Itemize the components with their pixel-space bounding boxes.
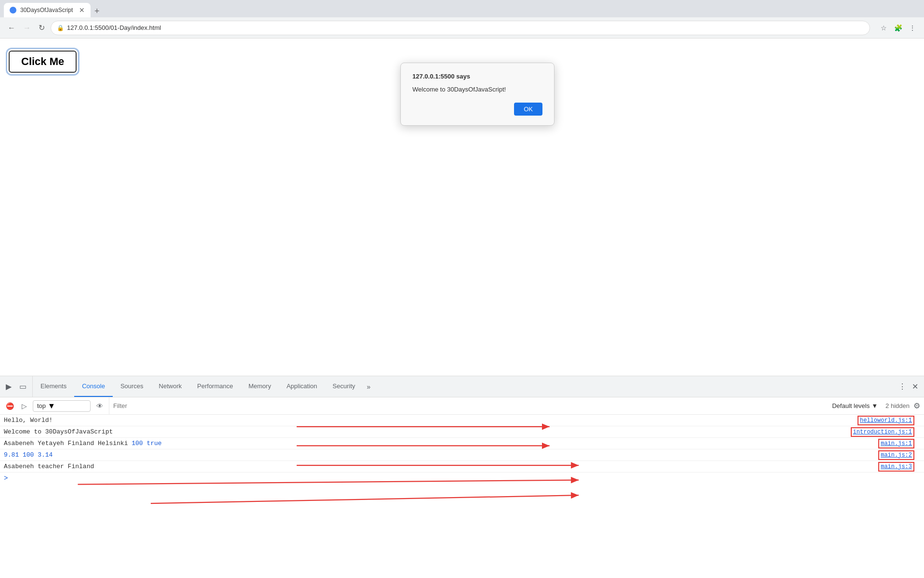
tab-memory[interactable]: Memory <box>241 376 279 397</box>
alert-dialog: 127.0.0.1:5500 says Welcome to 30DaysOfJ… <box>400 63 554 126</box>
eye-icon: 👁 <box>96 402 103 410</box>
eye-icon-button[interactable]: 👁 <box>94 400 105 412</box>
console-row-1: Hello, World! helloworld.js:1 <box>0 415 924 426</box>
devtools-tab-icons: ▶ ▭ <box>0 376 33 397</box>
console-text-3: Asabeneh Yetayeh Finland Helsinki 100 tr… <box>4 440 920 447</box>
click-me-button[interactable]: Click Me <box>9 51 77 73</box>
tab-console[interactable]: Console <box>74 376 113 397</box>
console-row-5: Asabeneh teacher Finland main.js:3 <box>0 461 924 473</box>
menu-icon[interactable]: ⋮ <box>907 22 918 34</box>
tab-network[interactable]: Network <box>151 376 190 397</box>
console-clear-button[interactable]: ⛔ <box>4 400 16 412</box>
back-button[interactable]: ← <box>6 22 17 34</box>
url-text: 127.0.0.1:5500/01-Day/index.html <box>67 24 161 31</box>
console-text-1: Hello, World! <box>4 417 920 424</box>
console-settings-icon[interactable]: ⚙ <box>913 401 920 410</box>
devtools-panel: ▶ ▭ Elements Console Sources Network Per… <box>0 376 924 578</box>
browser-frame: 30DaysOfJavaScript ✕ + ← → ↻ 🔒 127.0.0.1… <box>0 0 924 578</box>
forward-button[interactable]: → <box>21 22 33 34</box>
log-levels-label: Default levels <box>832 402 870 409</box>
console-link-introduction[interactable]: introduction.js:1 <box>851 427 914 437</box>
console-output: Hello, World! helloworld.js:1 Welcome to… <box>0 415 924 578</box>
levels-dropdown-icon: ▼ <box>871 402 878 409</box>
console-row-3: Asabeneh Yetayeh Finland Helsinki 100 tr… <box>0 438 924 449</box>
console-text-4: 9.81 100 3.14 <box>4 451 920 459</box>
dialog-title: 127.0.0.1:5500 says <box>412 73 542 80</box>
tab-performance[interactable]: Performance <box>189 376 240 397</box>
tab-favicon <box>10 7 16 13</box>
console-text-2: Welcome to 30DaysOfJavaScript <box>4 428 920 435</box>
console-toolbar: ⛔ ▷ top ▼ 👁 Default levels ▼ 2 hidden ⚙ <box>0 397 924 415</box>
page-content: Click Me 127.0.0.1:5500 says Welcome to … <box>0 39 924 376</box>
console-link-main2[interactable]: main.js:2 <box>878 450 914 460</box>
reload-button[interactable]: ↻ <box>37 21 47 34</box>
tab-title: 30DaysOfJavaScript <box>20 7 75 13</box>
devtools-more-options[interactable]: ⋮ <box>897 380 908 393</box>
run-icon: ▷ <box>22 402 27 410</box>
tab-sources[interactable]: Sources <box>113 376 151 397</box>
devtools-actions: ⋮ ✕ <box>897 380 924 393</box>
console-link-main3[interactable]: main.js:3 <box>878 462 914 472</box>
clear-icon: ⛔ <box>6 402 14 410</box>
console-row-2: Welcome to 30DaysOfJavaScript introducti… <box>0 426 924 438</box>
console-link-main1[interactable]: main.js:1 <box>878 439 914 448</box>
bookmarks-icon[interactable]: ☆ <box>878 22 889 34</box>
hidden-count: 2 hidden <box>885 402 910 409</box>
highlight-blue-4: 9.81 100 3.14 <box>4 451 53 459</box>
alert-ok-button[interactable]: OK <box>514 103 542 116</box>
inspect-element-icon[interactable]: ▶ <box>4 380 13 393</box>
dialog-message: Welcome to 30DaysOfJavaScript! <box>412 86 542 93</box>
svg-line-5 <box>151 495 579 503</box>
console-run-button[interactable]: ▷ <box>20 400 29 412</box>
dialog-actions: OK <box>412 103 542 116</box>
context-value: top <box>37 402 46 409</box>
url-bar[interactable]: 🔒 127.0.0.1:5500/01-Day/index.html <box>51 21 870 35</box>
address-bar: ← → ↻ 🔒 127.0.0.1:5500/01-Day/index.html… <box>0 17 924 39</box>
devtools-close-button[interactable]: ✕ <box>910 380 920 393</box>
dropdown-arrow-icon: ▼ <box>48 402 55 410</box>
devtools-tabs: ▶ ▭ Elements Console Sources Network Per… <box>0 376 924 397</box>
highlight-blue-3: 100 true <box>132 440 161 447</box>
context-selector[interactable]: top ▼ <box>33 400 91 412</box>
new-tab-button[interactable]: + <box>91 6 104 16</box>
toolbar-icons: ☆ 🧩 ⋮ <box>878 22 918 34</box>
log-levels-button[interactable]: Default levels ▼ <box>828 402 882 409</box>
devtools-nav-tabs: Elements Console Sources Network Perform… <box>33 376 374 397</box>
lock-icon: 🔒 <box>57 25 64 31</box>
tab-elements[interactable]: Elements <box>33 376 74 397</box>
tab-bar: 30DaysOfJavaScript ✕ + <box>0 0 924 17</box>
device-toolbar-icon[interactable]: ▭ <box>17 380 28 393</box>
more-tabs-button[interactable]: » <box>363 383 374 391</box>
tab-application[interactable]: Application <box>279 376 325 397</box>
console-text-5: Asabeneh teacher Finland <box>4 463 920 470</box>
browser-tab[interactable]: 30DaysOfJavaScript ✕ <box>4 3 91 17</box>
console-link-helloworld[interactable]: helloworld.js:1 <box>858 416 914 425</box>
tab-security[interactable]: Security <box>325 376 363 397</box>
console-filter-input[interactable] <box>109 397 824 414</box>
console-prompt: > <box>0 473 924 484</box>
tab-close-button[interactable]: ✕ <box>79 6 85 14</box>
extensions-icon[interactable]: 🧩 <box>892 22 904 34</box>
console-row-4: 9.81 100 3.14 main.js:2 <box>0 449 924 461</box>
console-chevron-icon: > <box>4 474 8 482</box>
